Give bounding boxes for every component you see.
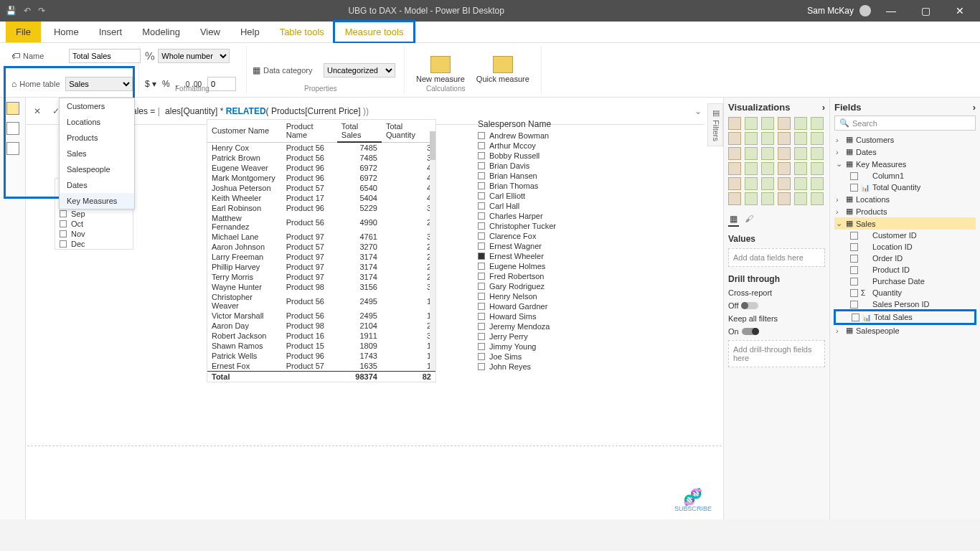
viz-type-icon[interactable]	[728, 147, 741, 160]
field-node[interactable]: Column1	[834, 170, 976, 182]
salesperson-option[interactable]: Arthur Mccoy	[478, 141, 600, 151]
viz-type-icon[interactable]	[745, 177, 758, 190]
viz-type-icon[interactable]	[794, 177, 807, 190]
tab-modeling[interactable]: Modeling	[132, 22, 190, 42]
viz-type-icon[interactable]	[745, 162, 758, 175]
filters-pane-tab[interactable]: ▤ Filters	[707, 103, 723, 146]
table-row[interactable]: Wayne HunterProduct 9831563	[207, 282, 435, 292]
column-header[interactable]: Total Quantity	[382, 120, 435, 142]
viz-type-icon[interactable]	[761, 192, 774, 205]
table-node[interactable]: ›▦Customers	[834, 133, 976, 146]
minimize-button[interactable]: —	[877, 5, 905, 17]
viz-type-icon[interactable]	[778, 192, 791, 205]
table-row[interactable]: Henry CoxProduct 5674853	[207, 142, 435, 153]
viz-type-icon[interactable]	[761, 147, 774, 160]
tab-help[interactable]: Help	[230, 22, 270, 42]
viz-type-icon[interactable]	[778, 177, 791, 190]
table-scrollbar[interactable]	[430, 131, 435, 370]
data-view-icon[interactable]	[6, 122, 19, 135]
month-option[interactable]: Dec	[55, 239, 133, 249]
table-node[interactable]: ›▦Products	[834, 205, 976, 217]
tab-insert[interactable]: Insert	[89, 22, 133, 42]
table-row[interactable]: Larry FreemanProduct 9731742	[207, 252, 435, 262]
table-node[interactable]: ⌄▦Sales	[834, 217, 976, 230]
user-name[interactable]: Sam McKay	[807, 6, 854, 16]
field-node[interactable]: Sales Person ID	[834, 298, 976, 310]
month-option[interactable]: Oct	[55, 219, 133, 229]
save-icon[interactable]: 💾	[6, 6, 17, 16]
viz-type-icon[interactable]	[745, 147, 758, 160]
viz-type-icon[interactable]	[794, 162, 807, 175]
salesperson-option[interactable]: Charles Harper	[478, 211, 600, 221]
field-node[interactable]: 📊Total Quantity	[834, 182, 976, 193]
formula-cancel[interactable]: ✕	[30, 106, 44, 116]
salesperson-option[interactable]: Ernest Wagner	[478, 241, 600, 251]
viz-type-icon[interactable]	[811, 147, 824, 160]
salesperson-slicer[interactable]: Salesperson Name Andrew BowmanArthur Mcc…	[478, 118, 600, 372]
table-row[interactable]: Shawn RamosProduct 1518091	[207, 341, 435, 351]
percent-button[interactable]: %	[162, 79, 170, 89]
home-table-option[interactable]: Salespeople	[60, 161, 134, 177]
salesperson-option[interactable]: Howard Gardner	[478, 301, 600, 311]
viz-type-icon[interactable]	[794, 132, 807, 145]
salesperson-option[interactable]: Brian Davis	[478, 161, 600, 171]
home-table-option[interactable]: Key Measures	[60, 193, 134, 209]
data-category-select[interactable]: Uncategorized	[324, 63, 395, 77]
close-button[interactable]: ✕	[946, 5, 974, 17]
salesperson-option[interactable]: Brian Hansen	[478, 171, 600, 181]
formula-expand-icon[interactable]: ⌄	[694, 106, 702, 116]
salesperson-option[interactable]: Howard Sims	[478, 311, 600, 321]
salesperson-option[interactable]: John Reyes	[478, 362, 600, 372]
salesperson-option[interactable]: Jerry Perry	[478, 331, 600, 342]
month-option[interactable]: Sep	[55, 209, 133, 219]
salesperson-option[interactable]: Jeremy Mendoza	[478, 321, 600, 331]
model-view-icon[interactable]	[6, 142, 19, 155]
quick-measure-button[interactable]: Quick measure	[471, 47, 535, 93]
data-table-visual[interactable]: Customer NameProduct NameTotal SalesTota…	[207, 119, 436, 382]
table-row[interactable]: Victor MarshallProduct 5624951	[207, 311, 435, 321]
table-row[interactable]: Christopher WeaverProduct 5624951	[207, 292, 435, 311]
keep-filters-toggle[interactable]: On	[728, 327, 825, 336]
field-node[interactable]: ΣQuantity	[834, 287, 976, 298]
table-node[interactable]: ›▦Locations	[834, 193, 976, 205]
table-row[interactable]: Earl RobinsonProduct 9652293	[207, 203, 435, 213]
format-tab-icon[interactable]: 🖌	[743, 212, 755, 227]
month-option[interactable]: Nov	[55, 229, 133, 239]
tab-home[interactable]: Home	[44, 22, 89, 42]
table-row[interactable]: Ernest FoxProduct 5716351	[207, 361, 435, 372]
viz-type-icon[interactable]	[811, 162, 824, 175]
salesperson-option[interactable]: Joe Sims	[478, 352, 600, 362]
format-select[interactable]: Whole number	[158, 49, 230, 63]
viz-type-icon[interactable]	[794, 192, 807, 205]
field-node[interactable]: Location ID	[834, 241, 976, 253]
salesperson-option[interactable]: Christopher Tucker	[478, 221, 600, 231]
cross-report-toggle[interactable]: Off	[728, 301, 825, 310]
table-node[interactable]: ›▦Salespeople	[834, 324, 976, 336]
salesperson-option[interactable]: Brian Thomas	[478, 181, 600, 191]
home-table-option[interactable]: Products	[60, 130, 134, 146]
viz-type-icon[interactable]	[728, 177, 741, 190]
table-row[interactable]: Patrick WellsProduct 9617431	[207, 351, 435, 361]
salesperson-option[interactable]: Fred Robertson	[478, 271, 600, 281]
tab-file[interactable]: File	[6, 22, 41, 42]
salesperson-option[interactable]: Jimmy Young	[478, 342, 600, 352]
salesperson-option[interactable]: Clarence Fox	[478, 231, 600, 241]
viz-type-icon[interactable]	[745, 132, 758, 145]
salesperson-option[interactable]: Gary Rodriguez	[478, 281, 600, 291]
table-row[interactable]: Michael LaneProduct 9747613	[207, 232, 435, 242]
viz-type-icon[interactable]	[761, 117, 774, 130]
home-table-dropdown[interactable]: CustomersLocationsProductsSalesSalespeop…	[59, 98, 135, 209]
table-row[interactable]: Aaron DayProduct 9821042	[207, 321, 435, 331]
viz-type-icon[interactable]	[745, 117, 758, 130]
viz-type-icon[interactable]	[728, 132, 741, 145]
viz-type-icon[interactable]	[811, 192, 824, 205]
salesperson-option[interactable]: Carl Hall	[478, 201, 600, 211]
field-node[interactable]: Customer ID	[834, 230, 976, 241]
table-row[interactable]: Matthew FernandezProduct 5649902	[207, 213, 435, 232]
salesperson-option[interactable]: Eugene Holmes	[478, 261, 600, 271]
table-row[interactable]: Keith WheelerProduct 1754044	[207, 193, 435, 203]
column-header[interactable]: Customer Name	[207, 120, 282, 142]
home-table-select[interactable]: Sales	[65, 77, 133, 91]
viz-type-icon[interactable]	[728, 117, 741, 130]
currency-button[interactable]: $ ▾	[145, 79, 156, 89]
